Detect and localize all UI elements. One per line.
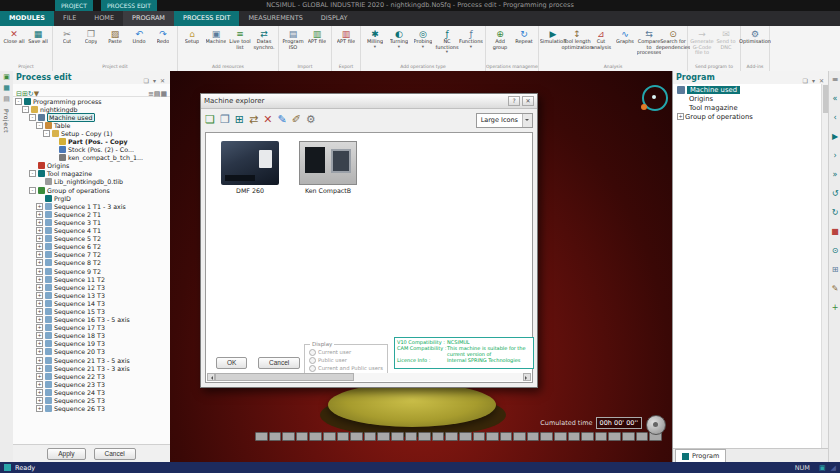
expand-icon[interactable]: + — [36, 259, 43, 266]
timeline-segment[interactable] — [350, 432, 363, 441]
datas-synchro-button[interactable]: ⇄Datas synchro. — [252, 28, 276, 51]
contextual-tab-process-edit[interactable]: PROCESS EDIT — [101, 0, 157, 11]
timeline-segment[interactable] — [418, 432, 431, 441]
add-group-button[interactable]: ⊕Add group — [488, 28, 512, 51]
timeline-segment[interactable] — [513, 432, 526, 441]
copy-button[interactable]: ❐Copy — [79, 28, 103, 46]
tree-item-sequence-23-t3[interactable]: +Sequence 23 T3 — [13, 380, 170, 388]
edit-icon[interactable]: ✎ — [832, 284, 839, 293]
dialog-title-bar[interactable]: Machine explorer ? ✕ — [201, 94, 537, 109]
program-tree-item-tool-magazine[interactable]: Tool magazine — [677, 103, 821, 112]
go-last-icon[interactable]: » — [833, 170, 838, 179]
go-first-icon[interactable]: « — [833, 94, 838, 103]
open-machine-icon[interactable]: ❐ — [220, 113, 230, 127]
timeline-segment[interactable] — [581, 432, 594, 441]
new-machine-icon[interactable]: ❏ — [205, 113, 215, 127]
timeline-segment[interactable] — [337, 432, 350, 441]
timeline-segment[interactable] — [432, 432, 445, 441]
expand-icon[interactable]: + — [36, 292, 43, 299]
tree-item-sequence-9-t2[interactable]: +Sequence 9 T2 — [13, 267, 170, 275]
copy-machine-icon[interactable]: ⊞ — [235, 113, 244, 127]
expand-icon[interactable]: + — [36, 316, 43, 323]
document-icon[interactable]: ▤ — [3, 95, 10, 103]
transfer-machine-icon[interactable]: ⇄ — [249, 113, 258, 127]
tree-item-sequence-6-t2[interactable]: +Sequence 6 T2 — [13, 243, 170, 251]
tree-item-machine-used[interactable]: -Machine used — [13, 113, 170, 121]
tree-item-sequence-5-t2[interactable]: +Sequence 5 T2 — [13, 235, 170, 243]
tree-item-sequence-24-t3[interactable]: +Sequence 24 T3 — [13, 388, 170, 396]
timeline-segment[interactable] — [527, 432, 540, 441]
apt-file-button[interactable]: ▥APT file — [305, 28, 329, 46]
expand-icon[interactable]: + — [677, 113, 684, 120]
project-dock-label[interactable]: Project — [3, 109, 10, 133]
tab-display[interactable]: DISPLAY — [312, 11, 357, 26]
functions-button[interactable]: ƒFunctions▾ — [459, 28, 483, 50]
tree-item-programming-process[interactable]: -Programming process — [13, 97, 170, 105]
expand-icon[interactable]: + — [36, 373, 43, 380]
machine-card-ken-compactb[interactable]: Ken CompactB — [292, 141, 364, 194]
save-all-button[interactable]: ▦Save all — [26, 28, 50, 46]
timeline-segment[interactable] — [377, 432, 390, 441]
timeline-segment[interactable] — [282, 432, 295, 441]
machine-card-dmf-260[interactable]: DMF 260 — [214, 141, 286, 194]
expand-icon[interactable]: + — [36, 235, 43, 242]
cut-button[interactable]: ✂Cut — [55, 28, 79, 46]
tree-item-sequence-21-t3-5-axis[interactable]: +Sequence 21 T3 - 5 axis — [13, 356, 170, 364]
tree-item-sequence-14-t3[interactable]: +Sequence 14 T3 — [13, 299, 170, 307]
tree-item-sequence-22-t3[interactable]: +Sequence 22 T3 — [13, 372, 170, 380]
tree-item-sequence-8-t2[interactable]: +Sequence 8 T2 — [13, 259, 170, 267]
tab-file[interactable]: FILE — [54, 11, 85, 26]
tree-item-prgid[interactable]: PrgID — [13, 194, 170, 202]
tree-item-sequence-2-t1[interactable]: +Sequence 2 T1 — [13, 210, 170, 218]
timeline-segment[interactable] — [309, 432, 322, 441]
timeline-segment[interactable] — [391, 432, 404, 441]
expand-icon[interactable]: + — [36, 203, 43, 210]
expand-icon[interactable]: + — [36, 211, 43, 218]
program-tree-item-group-of-operations[interactable]: +Group of operations — [677, 112, 821, 121]
expand-icon[interactable]: + — [36, 365, 43, 372]
program-tree-item-machine-used[interactable]: Machine used — [677, 85, 821, 94]
3d-viewport[interactable]: Cumulated time 00h 00' 00'' Machine expl… — [170, 71, 672, 462]
expand-icon[interactable]: + — [36, 251, 43, 258]
horizontal-scrollbar[interactable] — [207, 373, 531, 381]
tree-item-group-of-operations[interactable]: -Group of operations — [13, 186, 170, 194]
scrollbar-thumb[interactable] — [215, 373, 354, 381]
cancel-button[interactable]: Cancel — [94, 448, 136, 460]
probing-button[interactable]: ◎Probing▾ — [411, 28, 435, 50]
tree-item-sequence-17-t3[interactable]: +Sequence 17 T3 — [13, 324, 170, 332]
tree-item-table[interactable]: -Table — [13, 121, 170, 129]
expand-icon[interactable]: + — [36, 381, 43, 388]
contextual-tab-project[interactable]: PROJECT — [55, 0, 93, 11]
scroll-left-icon[interactable] — [207, 373, 215, 381]
paste-button[interactable]: ▨Paste — [103, 28, 127, 46]
target-icon[interactable]: ⊙ — [832, 246, 839, 255]
replay-icon[interactable]: ↺ — [832, 189, 839, 198]
panel-menu-icon[interactable]: ≡ — [832, 75, 839, 84]
tree-item-part-pos-copy[interactable]: Part (Pos. - Copy — [13, 137, 170, 145]
rename-machine-icon[interactable]: ✎ — [277, 113, 286, 127]
tab-home[interactable]: HOME — [85, 11, 123, 26]
menu-icon[interactable]: ▾ — [810, 77, 817, 84]
clean-machine-icon[interactable]: ✐ — [292, 113, 301, 127]
stop-icon[interactable]: ■ — [831, 227, 839, 236]
expand-icon[interactable]: + — [36, 227, 43, 234]
machine-button[interactable]: ▣Machine — [204, 28, 228, 46]
search-for-dependencies-button[interactable]: ⊙Search for dependencies — [661, 28, 685, 51]
tree-item-sequence-11-t2[interactable]: +Sequence 11 T2 — [13, 275, 170, 283]
close-icon[interactable]: ✕ — [817, 77, 826, 84]
tree-item-origins[interactable]: Origins — [13, 162, 170, 170]
program-tree-item-origins[interactable]: Origins — [677, 94, 821, 103]
timeline-segment[interactable] — [323, 432, 336, 441]
tab-process-edit[interactable]: PROCESS EDIT — [174, 11, 240, 26]
tree-item-nightkingdb[interactable]: -nightkingdb — [13, 105, 170, 113]
tree-item-sequence-25-t3[interactable]: +Sequence 25 T3 — [13, 396, 170, 404]
graphs-button[interactable]: ∿Graphs — [613, 28, 637, 46]
dialog-close-button[interactable]: ✕ — [522, 96, 534, 106]
expand-icon[interactable]: + — [36, 276, 43, 283]
repeat-button[interactable]: ↻Repeat — [512, 28, 536, 46]
tree-item-sequence-16-t3-5-axis[interactable]: +Sequence 16 T3 - 5 axis — [13, 316, 170, 324]
turning-button[interactable]: ◐Turning▾ — [387, 28, 411, 50]
tree-item-sequence-19-t3[interactable]: +Sequence 19 T3 — [13, 340, 170, 348]
tree-item-lib-nightkingdb-0-tlib[interactable]: Lib_nightkingdb_0.tlib — [13, 178, 170, 186]
expand-icon[interactable]: + — [36, 332, 43, 339]
